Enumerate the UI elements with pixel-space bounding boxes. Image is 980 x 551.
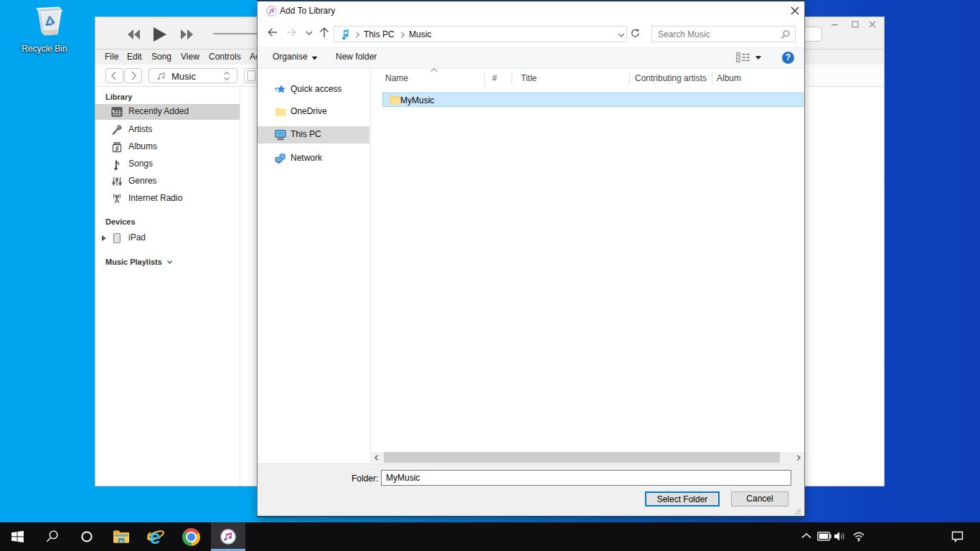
svg-text:e: e [149, 526, 161, 547]
